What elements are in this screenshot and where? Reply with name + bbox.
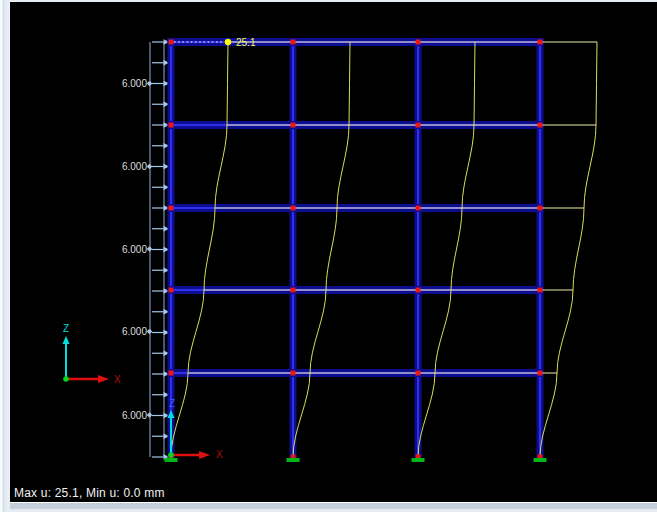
deflected-column-curve (293, 42, 350, 457)
dimension-diamond-icon (147, 81, 153, 87)
node[interactable] (291, 288, 296, 293)
window-border-left (0, 0, 10, 512)
dimension-diamond-icon (147, 246, 153, 252)
node[interactable] (416, 123, 421, 128)
global-axes-z-label: Z (63, 323, 69, 334)
base-axes-x-arrowhead-icon (199, 451, 210, 459)
node[interactable] (538, 371, 543, 376)
dimension-diamond-icon (147, 412, 153, 418)
deflected-column-curve (171, 42, 228, 457)
dimension-label: 6.000 (122, 78, 147, 89)
node[interactable] (169, 40, 174, 45)
base-axes-z-label: Z (169, 398, 175, 409)
support[interactable] (165, 458, 178, 462)
node[interactable] (416, 288, 421, 293)
support[interactable] (412, 458, 425, 462)
node[interactable] (416, 40, 421, 45)
base-axes-origin-node (168, 452, 174, 458)
deflected-column-curve (540, 42, 597, 457)
node[interactable] (169, 123, 174, 128)
node[interactable] (538, 288, 543, 293)
window-border-top (10, 0, 657, 2)
node[interactable] (169, 371, 174, 376)
deflected-column-curve (418, 42, 475, 457)
dimension-label: 6.000 (122, 244, 147, 255)
global-axes-x-arrowhead-icon (98, 375, 109, 383)
viewport-canvas[interactable]: 6.0006.0006.0006.0006.00025.1ZXZX (0, 0, 657, 512)
node[interactable] (169, 206, 174, 211)
support[interactable] (287, 458, 300, 462)
application-window: { "status": { "text": "Max u: 25.1, Min … (0, 0, 657, 512)
dimension-diamond-icon (147, 329, 153, 335)
dimension-label: 6.000 (122, 410, 147, 421)
global-axes-origin-node (63, 376, 69, 382)
dimension-diamond-icon (147, 164, 153, 170)
node[interactable] (416, 206, 421, 211)
node[interactable] (416, 371, 421, 376)
status-bar: Max u: 25.1, Min u: 0.0 mm (14, 486, 165, 500)
max-displacement-label: 25.1 (236, 37, 256, 48)
node[interactable] (169, 288, 174, 293)
node[interactable] (538, 123, 543, 128)
node[interactable] (291, 206, 296, 211)
node[interactable] (538, 206, 543, 211)
dimension-label: 6.000 (122, 161, 147, 172)
global-axes-x-label: X (114, 374, 121, 385)
node[interactable] (538, 40, 543, 45)
node[interactable] (291, 371, 296, 376)
global-axes-z-arrowhead-icon (63, 336, 70, 344)
node[interactable] (291, 123, 296, 128)
window-border-bottom (10, 502, 657, 512)
dimension-label: 6.000 (122, 326, 147, 337)
support[interactable] (534, 458, 547, 462)
node[interactable] (291, 40, 296, 45)
max-displacement-node[interactable] (225, 39, 231, 45)
base-axes-x-label: X (216, 449, 223, 460)
